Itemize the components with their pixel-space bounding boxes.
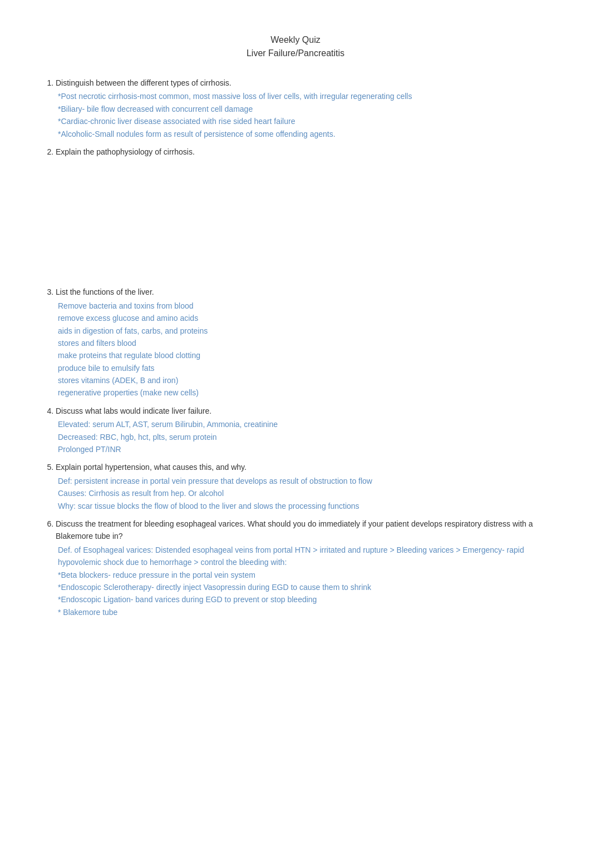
answer-block: Elevated: serum ALT, AST, serum Bilirubi… (58, 418, 546, 455)
answer-line: Decreased: RBC, hgb, hct, plts, serum pr… (58, 431, 546, 443)
list-item: Explain the pathophysiology of cirrhosis… (56, 146, 546, 280)
page-header: Weekly Quiz Liver Failure/Pancreatitis (45, 33, 546, 60)
answer-block: *Post necrotic cirrhosis-most common, mo… (58, 90, 546, 140)
answer-line: Def: persistent increase in portal vein … (58, 475, 546, 487)
answer-line: Def. of Esophageal varices: Distended es… (58, 544, 546, 569)
answer-line: *Endoscopic Sclerotherapy- directly inje… (58, 581, 546, 593)
question-text: Explain the pathophysiology of cirrhosis… (56, 147, 195, 156)
list-item: Explain portal hypertension, what causes… (56, 461, 546, 512)
page-title: Weekly Quiz Liver Failure/Pancreatitis (45, 33, 546, 60)
answer-line: Causes: Cirrhosis as result from hep. Or… (58, 487, 546, 499)
answer-line: regenerative properties (make new cells) (58, 386, 546, 399)
question-text: List the functions of the liver. (56, 287, 154, 296)
question-text: Explain portal hypertension, what causes… (56, 463, 247, 472)
list-item: Discuss what labs would indicate liver f… (56, 405, 546, 456)
answer-line: produce bile to emulsify fats (58, 362, 546, 374)
answer-line: *Post necrotic cirrhosis-most common, mo… (58, 90, 546, 102)
list-item: List the functions of the liver. Remove … (56, 286, 546, 399)
answer-line: * Blakemore tube (58, 606, 546, 618)
answer-block: Def. of Esophageal varices: Distended es… (58, 544, 546, 618)
answer-line: Remove bacteria and toxins from blood (58, 300, 546, 312)
question-text: Discuss what labs would indicate liver f… (56, 406, 211, 415)
answer-line: aids in digestion of fats, carbs, and pr… (58, 325, 546, 337)
bottom-space (45, 624, 546, 819)
answer-line: *Biliary- bile flow decreased with concu… (58, 103, 546, 115)
answer-line: *Alcoholic-Small nodules form as result … (58, 128, 546, 140)
answer-block: Def: persistent increase in portal vein … (58, 475, 546, 512)
answer-line: make proteins that regulate blood clotti… (58, 349, 546, 361)
answer-line: remove excess glucose and amino acids (58, 312, 546, 324)
answer-line: Prolonged PT/INR (58, 443, 546, 455)
answer-line: stores and filters blood (58, 337, 546, 349)
answer-line: *Cardiac-chronic liver disease associate… (58, 115, 546, 127)
answer-block: Remove bacteria and toxins from blood re… (58, 300, 546, 399)
question-list-continued: List the functions of the liver. Remove … (56, 286, 546, 618)
question-list: Distinguish between the different types … (56, 77, 546, 280)
answer-line: Why: scar tissue blocks the flow of bloo… (58, 500, 546, 512)
question-text: Distinguish between the different types … (56, 78, 232, 87)
question-text: Discuss the treatment for bleeding esoph… (56, 519, 533, 540)
list-item: Distinguish between the different types … (56, 77, 546, 140)
answer-line: *Endoscopic Ligation- band varices durin… (58, 593, 546, 606)
answer-line: Elevated: serum ALT, AST, serum Bilirubi… (58, 418, 546, 430)
list-item: Discuss the treatment for bleeding esoph… (56, 518, 546, 618)
blank-space (56, 158, 546, 280)
answer-line: *Beta blockers- reduce pressure in the p… (58, 569, 546, 581)
answer-line: stores vitamins (ADEK, B and iron) (58, 374, 546, 386)
